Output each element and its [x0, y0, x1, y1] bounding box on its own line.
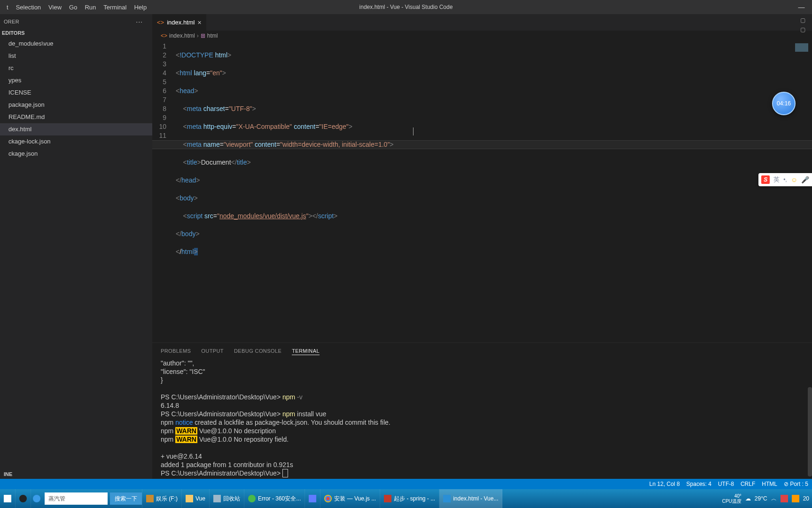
- tree-item[interactable]: README.md: [0, 111, 152, 123]
- code-editor[interactable]: 123 456 789 101112 <!DOCTYPE html> <html…: [152, 41, 812, 342]
- panel-tab-debug[interactable]: DEBUG CONSOLE: [234, 347, 281, 355]
- microphone-icon[interactable]: 🎤: [801, 176, 809, 183]
- ime-punct-icon[interactable]: •,: [783, 176, 787, 183]
- menu-bar: t Selection View Go Run Terminal Help: [0, 2, 150, 13]
- window-controls: —: [791, 0, 812, 14]
- tree-item[interactable]: package.json: [0, 99, 152, 111]
- title-bar: t Selection View Go Run Terminal Help in…: [0, 0, 812, 14]
- section-open-editors[interactable]: EDITORS: [0, 28, 152, 38]
- status-bar: Ln 12, Col 8 Spaces: 4 UTF-8 CRLF HTML ⊘…: [0, 479, 812, 489]
- status-port[interactable]: ⊘ Port : 5: [784, 481, 808, 487]
- terminal-scrollbar[interactable]: [808, 387, 812, 476]
- panel-tabs: PROBLEMS OUTPUT DEBUG CONSOLE TERMINAL: [152, 343, 812, 359]
- panel-tab-output[interactable]: OUTPUT: [201, 347, 224, 355]
- tree-item[interactable]: ckage-lock.json: [0, 135, 152, 148]
- line-gutter: 123 456 789 101112: [152, 41, 176, 342]
- tree-item[interactable]: de_modules\vue: [0, 38, 152, 50]
- taskbar-search: 蒸汽管 搜索一下: [31, 489, 142, 508]
- code-content: <!DOCTYPE html> <html lang="en"> <head> …: [176, 41, 812, 342]
- taskbar-item[interactable]: [305, 489, 320, 508]
- html-file-icon: <>: [157, 19, 164, 26]
- ime-logo-icon: S: [761, 175, 770, 184]
- menu-go[interactable]: Go: [65, 2, 81, 13]
- chevron-right-icon: ›: [197, 32, 199, 39]
- explorer-sidebar: ORER ··· EDITORS de_modules\vue list rc …: [0, 14, 152, 479]
- timer-badge[interactable]: 04:16: [772, 92, 796, 115]
- taskbar-item[interactable]: 起步 - spring - ...: [380, 489, 439, 508]
- weather-temp: 29°C: [755, 495, 767, 502]
- terminal-split-icon[interactable]: ▢: [800, 17, 805, 24]
- clock[interactable]: 20: [803, 495, 809, 502]
- ie-icon[interactable]: [33, 495, 40, 502]
- menu-selection[interactable]: Selection: [12, 2, 45, 13]
- section-outline[interactable]: INE: [0, 469, 152, 479]
- breadcrumb-file: index.html: [169, 32, 195, 39]
- status-spaces[interactable]: Spaces: 4: [687, 481, 711, 487]
- status-encoding[interactable]: UTF-8: [718, 481, 734, 487]
- taskbar-launcher-button[interactable]: [0, 489, 16, 508]
- panel-tab-terminal[interactable]: TERMINAL: [292, 347, 320, 355]
- menu-view[interactable]: View: [45, 2, 65, 13]
- search-button[interactable]: 搜索一下: [110, 492, 142, 505]
- file-tree: de_modules\vue list rc ypes ICENSE packa…: [0, 38, 152, 469]
- tray-icon[interactable]: [792, 495, 799, 502]
- taskbar-item[interactable]: 回收站: [210, 489, 244, 508]
- status-linecol[interactable]: Ln 12, Col 8: [649, 481, 680, 487]
- tray-icon[interactable]: [781, 495, 788, 502]
- bottom-panel: PROBLEMS OUTPUT DEBUG CONSOLE TERMINAL ▢…: [152, 342, 812, 479]
- weather-icon[interactable]: ☁: [745, 495, 751, 502]
- menu-run[interactable]: Run: [81, 2, 100, 13]
- menu-terminal[interactable]: Terminal: [100, 2, 130, 13]
- status-eol[interactable]: CRLF: [741, 481, 755, 487]
- breadcrumb-symbol: html: [207, 32, 218, 39]
- explorer-label: ORER: [4, 19, 19, 24]
- ime-lang-char[interactable]: 英: [773, 175, 780, 184]
- terminal-body[interactable]: "author": "", "license": "ISC" } PS C:\U…: [152, 359, 812, 479]
- window-title: index.html - Vue - Visual Studio Code: [359, 4, 453, 10]
- ime-toolbar[interactable]: S 英 •, ☺ 🎤: [758, 173, 812, 186]
- windows-taskbar: 蒸汽管 搜索一下 娱乐 (F:) Vue 回收站 Error - 360安全..…: [0, 489, 812, 508]
- minimize-button[interactable]: —: [791, 0, 812, 14]
- tree-item[interactable]: ypes: [0, 74, 152, 87]
- tab-filename: index.html: [167, 19, 195, 26]
- html-file-icon: <>: [161, 32, 167, 39]
- sidebar-more-icon[interactable]: ···: [136, 18, 143, 25]
- tree-item[interactable]: ICENSE: [0, 87, 152, 99]
- system-tray: 40°CPU温度 ☁ 29°C ︿ 20: [722, 489, 812, 508]
- taskbar-item[interactable]: 安装 — Vue.js ...: [320, 489, 380, 508]
- tab-bar: <> index.html ×: [152, 14, 812, 31]
- chevron-up-icon[interactable]: ︿: [771, 495, 777, 503]
- status-language[interactable]: HTML: [762, 481, 777, 487]
- text-cursor: [413, 127, 414, 135]
- close-icon[interactable]: ×: [197, 19, 201, 26]
- tree-item[interactable]: ckage.json: [0, 148, 152, 160]
- editor-column: <> index.html × <> index.html › ⊞ html 1…: [152, 14, 812, 479]
- taskbar-item[interactable]: Error - 360安全...: [244, 489, 305, 508]
- cpu-temp[interactable]: 40°CPU温度: [722, 493, 742, 504]
- symbol-icon: ⊞: [201, 32, 205, 39]
- emoji-icon[interactable]: ☺: [791, 176, 797, 183]
- taskbar-item[interactable]: 娱乐 (F:): [142, 489, 182, 508]
- terminal-kill-icon[interactable]: ▢: [800, 26, 805, 33]
- menu-edit[interactable]: t: [3, 2, 12, 13]
- breadcrumb[interactable]: <> index.html › ⊞ html: [152, 31, 812, 41]
- tree-item[interactable]: rc: [0, 62, 152, 74]
- tree-item-active[interactable]: dex.html: [0, 123, 152, 135]
- editor-tab[interactable]: <> index.html ×: [152, 14, 207, 31]
- panel-tab-problems[interactable]: PROBLEMS: [161, 347, 191, 355]
- taskbar-app-button[interactable]: [16, 489, 31, 508]
- taskbar-item[interactable]: Vue: [182, 489, 210, 508]
- menu-help[interactable]: Help: [130, 2, 150, 13]
- tree-item[interactable]: list: [0, 50, 152, 62]
- search-input[interactable]: 蒸汽管: [45, 492, 108, 505]
- taskbar-item[interactable]: index.html - Vue...: [439, 489, 502, 508]
